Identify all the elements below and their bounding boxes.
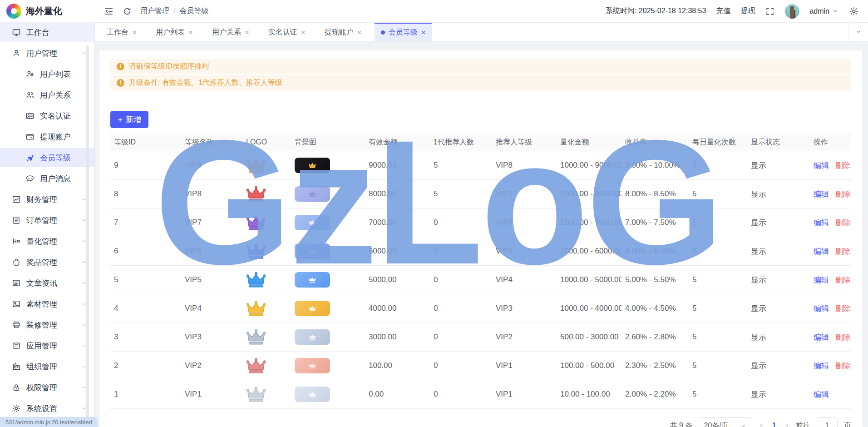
sidebar-item-奖品管理[interactable]: 奖品管理 (0, 253, 94, 272)
sidebar-item-素材管理[interactable]: 素材管理 (0, 294, 94, 313)
fullscreen-icon[interactable] (765, 6, 775, 16)
sidebar-item-应用管理[interactable]: 应用管理 (0, 336, 94, 355)
sidebar-item-订单管理[interactable]: 订单管理 (0, 211, 94, 230)
current-page[interactable]: 1 (770, 422, 778, 427)
recharge-link[interactable]: 充值 (716, 6, 730, 16)
sidebar-item-用户管理[interactable]: 用户管理 (0, 44, 94, 63)
sidebar-item-会员等级[interactable]: 会员等级 (0, 148, 94, 167)
tab-label: 提现账户 (325, 28, 354, 37)
delete-button[interactable]: 删除 (835, 218, 851, 228)
tab-close-icon[interactable]: × (301, 29, 306, 36)
refresh-icon[interactable] (122, 6, 132, 16)
crown-icon (246, 271, 291, 288)
sidebar-item-装修管理[interactable]: 装修管理 (0, 315, 94, 334)
sidebar-item-财务管理[interactable]: 财务管理 (0, 190, 94, 209)
sidebar-item-提现账户[interactable]: 提现账户 (0, 127, 94, 146)
username: admin (809, 7, 829, 15)
level-logo (242, 328, 291, 346)
row-actions: 编辑删除 (810, 332, 851, 343)
edit-button[interactable]: 编辑 (814, 218, 829, 228)
delete-button[interactable]: 删除 (835, 361, 851, 371)
sidebar-nav: 工作台用户管理用户列表用户关系实名认证提现账户会员等级用户消息财务管理订单管理量… (0, 23, 94, 418)
daily-quant-times: 5 (689, 275, 747, 284)
page-unit: 页 (844, 421, 851, 427)
delete-button[interactable]: 删除 (835, 189, 851, 199)
level-logo (242, 214, 291, 231)
add-button[interactable]: + 新增 (110, 111, 148, 128)
valid-amount: 7000.00 (365, 218, 430, 227)
column-header: 每日量化次数 (689, 138, 747, 147)
profit-rate: 2.30% - 2.50% (621, 361, 689, 370)
edit-button[interactable]: 编辑 (814, 303, 829, 314)
sidebar-item-工作台[interactable]: 工作台 (0, 23, 94, 42)
sidebar-item-文章资讯[interactable]: 文章资讯 (0, 273, 94, 293)
user-menu[interactable]: admin (809, 7, 839, 15)
lock-icon (12, 383, 21, 392)
delete-button[interactable]: 删除 (835, 160, 851, 171)
tab-用户列表[interactable]: 用户列表× (149, 22, 199, 41)
tab-close-icon[interactable]: × (245, 29, 249, 36)
edit-button[interactable]: 编辑 (814, 189, 829, 199)
daily-quant-times: 5 (689, 218, 747, 227)
breadcrumb-parent[interactable]: 用户管理 (140, 6, 169, 16)
delete-button[interactable]: 删除 (835, 275, 851, 285)
warning-icon: ! (117, 63, 124, 70)
sidebar-item-label: 奖品管理 (26, 257, 57, 268)
edit-button[interactable]: 编辑 (814, 332, 829, 343)
tab-label: 用户列表 (156, 28, 185, 37)
sidebar-fold-icon[interactable] (104, 6, 114, 16)
sidebar-item-用户消息[interactable]: 用户消息 (0, 169, 94, 188)
tab-close-icon[interactable]: × (421, 29, 426, 36)
delete-button[interactable]: 删除 (835, 303, 851, 314)
delete-button[interactable]: 删除 (835, 246, 851, 257)
tab-提现账户[interactable]: 提现账户× (318, 22, 368, 41)
edit-button[interactable]: 编辑 (814, 361, 829, 371)
alert-text: 升级条件: 有效金额、1代推荐人数、推荐人等级 (129, 78, 282, 88)
status-badge: 显示 (747, 246, 810, 257)
valid-amount: 8000.00 (365, 189, 430, 199)
crown-icon (246, 243, 291, 260)
level-logo (242, 185, 291, 203)
tab-会员等级[interactable]: 会员等级× (375, 22, 432, 41)
sidebar-item-label: 量化管理 (26, 236, 57, 247)
status-badge: 显示 (747, 189, 810, 199)
sidebar-item-用户列表[interactable]: 用户列表 (0, 65, 94, 84)
edit-button[interactable]: 编辑 (814, 389, 829, 400)
sidebar-item-用户关系[interactable]: 用户关系 (0, 85, 94, 104)
delete-button[interactable]: 删除 (835, 332, 851, 343)
app-icon (12, 341, 21, 350)
settings-gear-icon[interactable] (849, 6, 859, 16)
page-size-select[interactable]: 20条/页 (699, 417, 752, 427)
tab-list-chevron[interactable] (848, 22, 868, 41)
brand-logo-icon (6, 4, 21, 19)
edit-button[interactable]: 编辑 (814, 160, 829, 171)
tab-close-icon[interactable]: × (357, 29, 362, 36)
withdraw-link[interactable]: 提现 (740, 6, 755, 16)
tab-实名认证[interactable]: 实名认证× (262, 22, 312, 41)
sidebar-item-系统设置[interactable]: 系统设置 (0, 399, 94, 418)
level-id: 1 (110, 390, 181, 399)
tab-用户关系[interactable]: 用户关系× (206, 22, 256, 41)
tab-工作台[interactable]: 工作台× (100, 22, 143, 41)
plus-icon: + (118, 115, 123, 124)
next-page-button[interactable]: › (784, 421, 789, 427)
prev-page-button[interactable]: ‹ (759, 421, 764, 427)
sidebar-item-实名认证[interactable]: 实名认证 (0, 106, 94, 125)
tab-close-icon[interactable]: × (132, 29, 137, 36)
gen1-referrals: 5 (430, 189, 492, 199)
sidebar-item-量化管理[interactable]: 量化管理 (0, 232, 94, 251)
sidebar-item-组织管理[interactable]: 组织管理 (0, 357, 94, 376)
sidebar-item-label: 文章资讯 (26, 278, 57, 288)
sidebar-scrollbar[interactable] (86, 45, 89, 418)
sidebar-item-权限管理[interactable]: 权限管理 (0, 378, 94, 397)
referrer-level: VIP7 (492, 189, 557, 199)
table-row: 8VIP88000.005VIP71000.00 - 8000.008.00% … (110, 180, 851, 209)
tab-close-icon[interactable]: × (188, 29, 193, 36)
table-row: 7VIP77000.000VIP61000.00 - 7000.007.00% … (110, 209, 851, 237)
edit-button[interactable]: 编辑 (814, 275, 829, 285)
avatar[interactable] (785, 4, 799, 19)
sidebar-item-label: 用户列表 (40, 69, 71, 79)
edit-button[interactable]: 编辑 (814, 246, 829, 257)
goto-page-input[interactable] (817, 417, 838, 427)
quant-icon (12, 237, 21, 246)
